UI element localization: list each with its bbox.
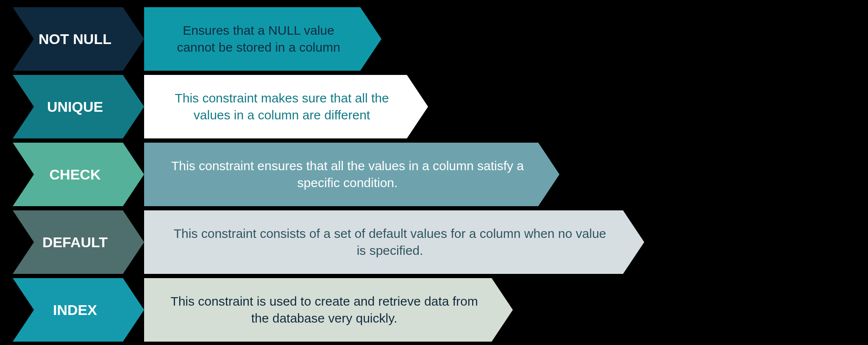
label-block: CHECK bbox=[13, 143, 144, 206]
constraint-description: This constraint consists of a set of def… bbox=[144, 210, 623, 274]
chevron-notch-icon bbox=[13, 210, 34, 274]
chevron-notch-icon bbox=[13, 278, 34, 342]
description-block: This constraint ensures that all the val… bbox=[144, 143, 559, 206]
chevron-head-icon bbox=[492, 278, 513, 342]
chevron-head-icon bbox=[623, 210, 644, 274]
chevron-head-icon bbox=[123, 7, 144, 71]
chevron-head-icon bbox=[538, 143, 559, 206]
constraint-description: This constraint ensures that all the val… bbox=[144, 143, 538, 206]
constraint-description: Ensures that a NULL value cannot be stor… bbox=[144, 7, 360, 71]
chevron-notch-icon bbox=[13, 143, 34, 206]
description-block: This constraint is used to create and re… bbox=[144, 278, 513, 342]
chevron-head-icon bbox=[123, 143, 144, 206]
label-block: INDEX bbox=[13, 278, 144, 342]
label-block: NOT NULL bbox=[13, 7, 144, 71]
chevron-head-icon bbox=[123, 210, 144, 274]
constraints-diagram: NOT NULLEnsures that a NULL value cannot… bbox=[0, 0, 868, 345]
chevron-notch-icon bbox=[13, 7, 34, 71]
chevron-notch-icon bbox=[13, 75, 34, 138]
description-block: This constraint consists of a set of def… bbox=[144, 210, 644, 274]
chevron-head-icon bbox=[123, 75, 144, 138]
description-block: Ensures that a NULL value cannot be stor… bbox=[144, 7, 381, 71]
constraint-description: This constraint is used to create and re… bbox=[144, 278, 492, 342]
label-block: UNIQUE bbox=[13, 75, 144, 138]
chevron-head-icon bbox=[360, 7, 381, 71]
constraint-description: This constraint makes sure that all the … bbox=[144, 75, 407, 138]
chevron-head-icon bbox=[407, 75, 428, 138]
description-block: This constraint makes sure that all the … bbox=[144, 75, 428, 138]
chevron-head-icon bbox=[123, 278, 144, 342]
label-block: DEFAULT bbox=[13, 210, 144, 274]
